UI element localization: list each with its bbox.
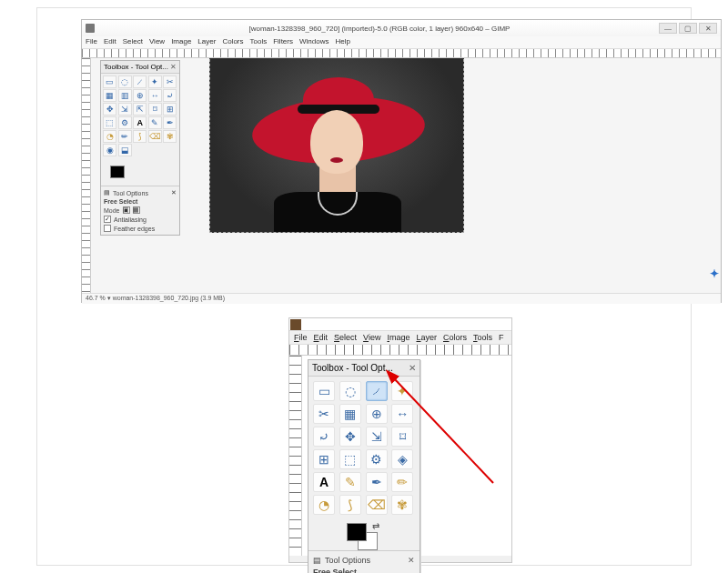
zoom-fuzzy-select-icon[interactable]: ✦	[391, 381, 413, 401]
zoom-align-icon[interactable]: ✥	[339, 427, 361, 447]
zoom-rect-select-icon[interactable]: ▭	[313, 381, 335, 401]
tool-options-header[interactable]: ▤ Tool Options ✕	[104, 188, 177, 197]
zoom-free-select-icon[interactable]: ⟋	[366, 381, 388, 401]
navigation-icon[interactable]: ✦	[710, 267, 719, 280]
image-canvas[interactable]	[209, 58, 464, 233]
free-select-tool-icon[interactable]: ⟋	[133, 75, 147, 88]
zoom-menu-more[interactable]: F	[499, 333, 504, 342]
menu-bar: File Edit Select View Image Layer Colors…	[82, 36, 721, 49]
menu-windows[interactable]: Windows	[299, 37, 329, 47]
menu-select[interactable]: Select	[123, 37, 143, 47]
maximize-button[interactable]: ▢	[679, 23, 697, 34]
minimize-button[interactable]: —	[659, 23, 677, 34]
mode-replace-icon[interactable]: ▣	[123, 206, 130, 214]
rect-select-tool-icon[interactable]: ▭	[103, 75, 116, 88]
eraser-tool-icon[interactable]: ⌫	[148, 130, 162, 143]
align-tool-icon[interactable]: ✥	[103, 103, 116, 116]
menu-edit[interactable]: Edit	[104, 37, 116, 47]
titlebar: [woman-1328398_960_720] (imported)-5.0 (…	[82, 20, 721, 36]
menu-filters[interactable]: Filters	[273, 37, 293, 47]
antialias-checkbox[interactable]: ✓	[104, 216, 111, 223]
flip-tool-icon[interactable]: ⬚	[103, 116, 116, 129]
zoom-clone-icon[interactable]: ⟆	[339, 495, 361, 515]
zoom-bucket-icon[interactable]: ◔	[313, 495, 335, 515]
feather-checkbox[interactable]	[104, 225, 111, 232]
pencil-tool-icon[interactable]: ✒	[163, 116, 177, 129]
dodge-tool-icon[interactable]: ◉	[103, 144, 116, 156]
unified-transform-tool-icon[interactable]: ⚙	[118, 116, 132, 129]
tool-options-panel: ▤ Tool Options ✕ Free Select Mode ▣ ▦ ✓	[101, 186, 179, 235]
zoom-scale-icon[interactable]: ⇲	[366, 427, 388, 447]
zoom-transform-icon[interactable]: ⚙	[366, 449, 388, 469]
zoom-text-icon[interactable]: A	[313, 472, 335, 492]
zoom-crop-icon[interactable]: ⊕	[366, 404, 388, 424]
zoom-menu-layer[interactable]: Layer	[416, 333, 437, 342]
canvas-area[interactable]: Toolbox - Tool Opt... ✕ ▭ ◌ ⟋ ✦ ✂ ▦ ▥ ⊕ …	[91, 58, 721, 293]
paintbrush-tool-icon[interactable]: ✎	[148, 116, 162, 129]
foreground-color-swatch[interactable]	[110, 166, 125, 178]
foreground-select-tool-icon[interactable]: ▥	[118, 89, 132, 102]
scale-tool-icon[interactable]: ⇲	[118, 103, 132, 116]
zoom-by-color-icon[interactable]: ▦	[339, 404, 361, 424]
zoom-titlebar	[289, 318, 511, 331]
zoom-menu-file[interactable]: File	[294, 333, 308, 342]
zoom-menu-edit[interactable]: Edit	[314, 333, 329, 342]
tool-options-icon: ▤	[104, 189, 110, 196]
bucket-tool-icon[interactable]: ◔	[103, 130, 116, 143]
measure-tool-icon[interactable]: ⬓	[118, 144, 132, 156]
perspective-tool-icon[interactable]: ⌑	[148, 103, 162, 116]
zoom-toolbox-close-icon[interactable]: ✕	[409, 363, 416, 373]
zoom-current-tool-label: Free Select	[313, 567, 415, 573]
zoom-toolbox-titlebar[interactable]: Toolbox - Tool Opt... ✕	[308, 360, 420, 377]
zoom-menu-view[interactable]: View	[363, 333, 380, 342]
menu-help[interactable]: Help	[335, 37, 349, 47]
menu-file[interactable]: File	[86, 37, 97, 47]
zoom-menu-image[interactable]: Image	[387, 333, 410, 342]
zoom-menu-tools[interactable]: Tools	[473, 333, 492, 342]
zoom-toolbox-title: Toolbox - Tool Opt...	[312, 363, 393, 373]
toolbox-close-icon[interactable]: ✕	[170, 63, 177, 71]
scissors-tool-icon[interactable]: ✂	[163, 75, 177, 88]
menu-tools[interactable]: Tools	[250, 37, 268, 47]
zoom-eraser-icon[interactable]: ⌫	[366, 495, 388, 515]
swap-colors-icon[interactable]: ⇄	[372, 521, 379, 531]
rotate-tool-icon[interactable]: ⤾	[163, 89, 177, 102]
image-content	[209, 58, 464, 233]
cage-tool-icon[interactable]: ⊞	[163, 103, 177, 116]
zoom-menu-colors[interactable]: Colors	[443, 333, 467, 342]
tool-options-close-icon[interactable]: ✕	[171, 189, 177, 196]
zoom-shear-icon[interactable]: ⌑	[391, 427, 413, 447]
zoom-ellipse-select-icon[interactable]: ◌	[339, 381, 361, 401]
mode-add-icon[interactable]: ▦	[133, 206, 140, 214]
fuzzy-select-tool-icon[interactable]: ✦	[148, 75, 162, 88]
by-color-select-tool-icon[interactable]: ▦	[103, 89, 116, 102]
zoom-rotate-icon[interactable]: ⤾	[313, 427, 335, 447]
move-tool-icon[interactable]: ↔	[148, 89, 162, 102]
menu-layer[interactable]: Layer	[197, 37, 216, 47]
smudge-tool-icon[interactable]: ✾	[163, 130, 177, 143]
zoom-handle-icon[interactable]: ◈	[391, 449, 413, 469]
zoom-brush-icon[interactable]: ✎	[339, 472, 361, 492]
zoom-smudge-icon[interactable]: ✾	[391, 495, 413, 515]
clone-tool-icon[interactable]: ⟆	[133, 130, 147, 143]
zoom-cage-icon[interactable]: ⊞	[313, 449, 335, 469]
toolbox-titlebar[interactable]: Toolbox - Tool Opt... ✕	[101, 61, 179, 74]
menu-colors[interactable]: Colors	[222, 37, 243, 47]
text-tool-icon[interactable]: A	[133, 116, 147, 129]
crop-tool-icon[interactable]: ⊕	[133, 89, 147, 102]
zoom-scissors-icon[interactable]: ✂	[313, 404, 335, 424]
ellipse-select-tool-icon[interactable]: ◌	[118, 75, 132, 88]
ink-tool-icon[interactable]: ✏	[118, 130, 132, 143]
zoom-menu-select[interactable]: Select	[334, 333, 357, 342]
menu-view[interactable]: View	[149, 37, 165, 47]
shear-tool-icon[interactable]: ⇱	[133, 103, 147, 116]
zoom-pencil-icon[interactable]: ✏	[391, 472, 413, 492]
zoom-ink-icon[interactable]: ✒	[366, 472, 388, 492]
zoom-opt-close-icon[interactable]: ✕	[408, 556, 415, 565]
gimp-app-icon	[290, 319, 301, 330]
zoom-move-icon[interactable]: ↔	[391, 404, 413, 424]
zoom-flip-icon[interactable]: ⬚	[339, 449, 361, 469]
close-button[interactable]: ✕	[699, 23, 717, 34]
zoom-foreground-swatch[interactable]	[347, 523, 367, 541]
menu-image[interactable]: Image	[171, 37, 191, 47]
